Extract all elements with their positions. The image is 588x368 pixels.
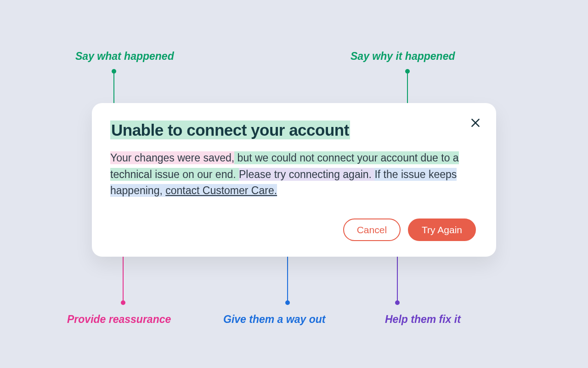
error-dialog: Unable to connect your account Your chan… bbox=[92, 103, 496, 257]
annotation-why-happened: Say why it happened bbox=[351, 50, 455, 63]
connector-dot bbox=[121, 300, 125, 305]
contact-customer-care-link[interactable]: contact Customer Care. bbox=[165, 184, 277, 196]
connector-dot bbox=[395, 300, 400, 305]
body-fix: Please try connecting again. bbox=[239, 168, 374, 181]
annotation-what-happened: Say what happened bbox=[75, 50, 174, 63]
connector-dot bbox=[285, 300, 290, 305]
dialog-actions: Cancel Try Again bbox=[110, 218, 476, 241]
annotation-reassurance: Provide reassurance bbox=[67, 313, 171, 326]
dialog-body: Your changes were saved, but we could no… bbox=[110, 150, 476, 199]
dialog-title: Unable to connect your account bbox=[110, 121, 350, 139]
cancel-button[interactable]: Cancel bbox=[343, 218, 401, 241]
annotation-fix-it: Help them fix it bbox=[385, 313, 461, 326]
body-reassurance: Your changes were saved, bbox=[110, 151, 234, 164]
close-icon[interactable] bbox=[469, 117, 481, 129]
try-again-button[interactable]: Try Again bbox=[408, 218, 476, 241]
annotation-way-out: Give them a way out bbox=[223, 313, 325, 326]
